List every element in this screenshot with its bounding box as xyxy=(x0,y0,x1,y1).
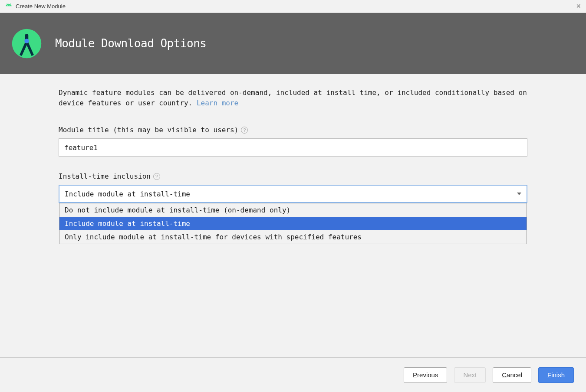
install-inclusion-label: Install-time inclusion ? xyxy=(59,172,527,180)
dropdown-option[interactable]: Include module at install-time xyxy=(59,217,527,230)
btn-text: inish xyxy=(551,371,565,379)
install-inclusion-field: Install-time inclusion ? Include module … xyxy=(59,172,527,203)
module-title-input[interactable] xyxy=(59,138,527,157)
finish-button[interactable]: Finish xyxy=(538,367,574,383)
description-text: Dynamic feature modules can be delivered… xyxy=(59,88,527,108)
close-icon[interactable]: × xyxy=(576,2,581,11)
dropdown-selected-value: Include module at install-time xyxy=(65,190,190,198)
install-inclusion-dropdown[interactable]: Include module at install-time Do not in… xyxy=(59,185,527,203)
android-studio-icon xyxy=(10,27,43,60)
help-icon[interactable]: ? xyxy=(153,173,160,180)
module-title-label-text: Module title (this may be visible to use… xyxy=(59,126,238,134)
footer-bar: Previous Next Cancel Finish xyxy=(0,357,586,392)
window-title: Create New Module xyxy=(16,3,66,10)
dropdown-option[interactable]: Do not include module at install-time (o… xyxy=(59,203,527,217)
page-title: Module Download Options xyxy=(55,37,207,50)
dropdown-list: Do not include module at install-time (o… xyxy=(59,203,527,244)
title-bar: Create New Module × xyxy=(0,0,586,13)
help-icon[interactable]: ? xyxy=(241,127,248,134)
android-mini-icon xyxy=(5,3,12,10)
module-title-label: Module title (this may be visible to use… xyxy=(59,126,527,134)
cancel-button[interactable]: Cancel xyxy=(493,367,531,383)
install-inclusion-label-text: Install-time inclusion xyxy=(59,172,151,180)
next-button: Next xyxy=(454,367,486,383)
content-area: Dynamic feature modules can be delivered… xyxy=(0,74,586,357)
description-body: Dynamic feature modules can be delivered… xyxy=(59,88,527,107)
header-banner: Module Download Options xyxy=(0,13,586,74)
previous-button[interactable]: Previous xyxy=(404,367,447,383)
module-title-field: Module title (this may be visible to use… xyxy=(59,126,527,157)
btn-text: ancel xyxy=(507,371,522,379)
learn-more-link[interactable]: Learn more xyxy=(197,99,238,107)
svg-point-1 xyxy=(24,39,29,43)
chevron-down-icon xyxy=(517,193,521,195)
btn-text: revious xyxy=(417,371,438,379)
dropdown-option[interactable]: Only include module at install-time for … xyxy=(59,230,527,244)
